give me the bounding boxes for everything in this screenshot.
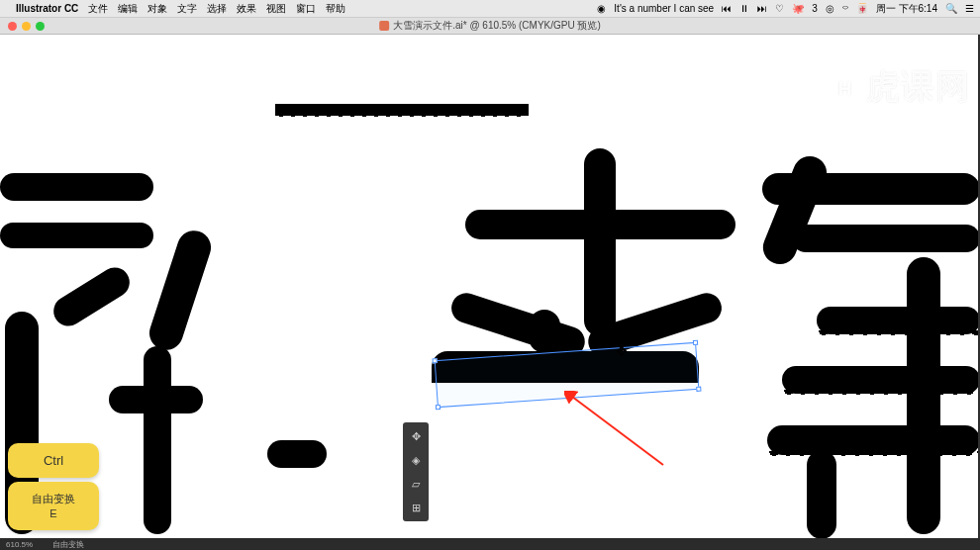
- maximize-window-button[interactable]: [36, 22, 45, 31]
- selection-handle-bl[interactable]: [436, 405, 441, 410]
- menu-effect[interactable]: 效果: [237, 2, 256, 16]
- key-hint-tool: 自由变换 E: [8, 482, 99, 530]
- now-playing[interactable]: It's a number I can see: [614, 3, 714, 14]
- media-next-icon[interactable]: ⏭: [757, 3, 767, 14]
- key-hint-tool-label: 自由变换: [24, 492, 83, 505]
- window-controls: [0, 22, 45, 31]
- heart-icon[interactable]: ♡: [775, 3, 784, 14]
- artwork-center-vert[interactable]: [584, 148, 616, 336]
- screen-record-icon[interactable]: ◉: [597, 3, 606, 14]
- ai-file-icon: [379, 21, 389, 31]
- canvas[interactable]: ✥ ✥ ◈ ▱ ⊞ 虎课网: [0, 35, 980, 540]
- status-tool: 自由变换: [52, 539, 84, 550]
- artwork-top-wave[interactable]: [275, 104, 529, 116]
- clock[interactable]: 周一 下午6:14: [876, 2, 937, 16]
- close-window-button[interactable]: [8, 22, 17, 31]
- menu-select[interactable]: 选择: [207, 2, 227, 16]
- key-hint-ctrl: Ctrl: [8, 443, 99, 478]
- free-transform-panel[interactable]: ✥ ◈ ▱ ⊞: [403, 422, 429, 521]
- window-titlebar: 大雪演示文件.ai* @ 610.5% (CMYK/GPU 预览): [0, 18, 980, 35]
- spotlight-icon[interactable]: 🔍: [945, 3, 957, 14]
- menubar-right: ◉ It's a number I can see ⏮ ⏸ ⏭ ♡ 🐙 3 ◎ …: [597, 2, 974, 16]
- puppet-warp-tool[interactable]: ⊞: [405, 497, 427, 518]
- artwork-center-leg-left[interactable]: [447, 289, 588, 360]
- keystroke-overlay: Ctrl 自由变换 E: [8, 443, 99, 530]
- airdrop-icon[interactable]: ◎: [826, 3, 834, 14]
- perspective-distort-tool[interactable]: ◈: [405, 449, 427, 471]
- move-cursor-icon: ✥: [616, 343, 628, 359]
- watermark: 虎课网: [829, 64, 970, 110]
- menu-file[interactable]: 文件: [88, 2, 108, 16]
- key-hint-tool-key: E: [24, 506, 83, 520]
- menubar-left: Illustrator CC 文件 编辑 对象 文字 选择 效果 视图 窗口 帮…: [6, 2, 345, 16]
- watermark-logo-icon: [829, 72, 862, 106]
- input-source-icon[interactable]: 🀄: [856, 3, 868, 14]
- octopus-icon[interactable]: 🐙: [792, 3, 804, 14]
- menu-type[interactable]: 文字: [177, 2, 197, 16]
- notification-count[interactable]: 3: [812, 3, 818, 14]
- artwork-center-horiz[interactable]: [465, 210, 735, 239]
- status-bar: 610.5% 自由变换: [0, 538, 980, 550]
- watermark-text: 虎课网: [866, 67, 970, 105]
- document-title: 大雪演示文件.ai* @ 610.5% (CMYK/GPU 预览): [379, 19, 601, 33]
- selection-handle-tl[interactable]: [433, 358, 438, 363]
- selection-handle-br[interactable]: [696, 387, 701, 392]
- media-prev-icon[interactable]: ⏮: [722, 3, 732, 14]
- free-transform-tool[interactable]: ✥: [405, 425, 427, 447]
- document-title-text: 大雪演示文件.ai* @ 610.5% (CMYK/GPU 预览): [393, 19, 601, 33]
- wifi-icon[interactable]: ⌔: [842, 3, 848, 14]
- selection-handle-tr[interactable]: [693, 340, 698, 345]
- annotation-arrow: [564, 391, 673, 470]
- svg-line-0: [572, 397, 663, 465]
- notification-center-icon[interactable]: ☰: [965, 3, 974, 14]
- media-pause-icon[interactable]: ⏸: [739, 3, 749, 14]
- minimize-window-button[interactable]: [22, 22, 31, 31]
- macos-menubar: Illustrator CC 文件 编辑 对象 文字 选择 效果 视图 窗口 帮…: [0, 0, 980, 18]
- menu-edit[interactable]: 编辑: [118, 2, 138, 16]
- app-name[interactable]: Illustrator CC: [16, 3, 78, 14]
- menu-object[interactable]: 对象: [147, 2, 167, 16]
- free-distort-tool[interactable]: ▱: [405, 473, 427, 495]
- status-zoom[interactable]: 610.5%: [6, 540, 33, 549]
- menu-help[interactable]: 帮助: [326, 2, 345, 16]
- menu-window[interactable]: 窗口: [296, 2, 316, 16]
- menu-view[interactable]: 视图: [266, 2, 286, 16]
